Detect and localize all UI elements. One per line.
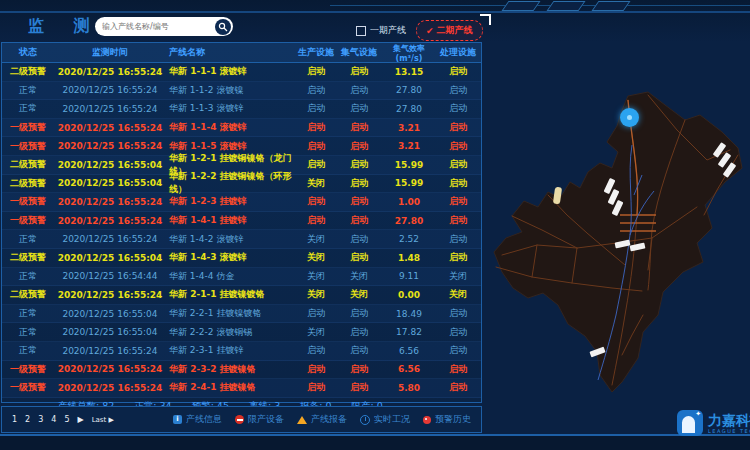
cell-time: 2020/12/25 16:55:24 [54, 216, 166, 226]
cell-efficiency: 1.00 [381, 197, 437, 207]
table-row[interactable]: 正常2020/12/25 16:54:44华新 1-4-4 仿金关闭关闭9.11… [2, 268, 481, 287]
cell-name: 华新 2-2-2 滚镀铜锡 [166, 326, 295, 339]
column-header: 处理设施 [437, 46, 479, 59]
search-input[interactable] [95, 22, 215, 31]
cell-time: 2020/12/25 16:55:04 [54, 327, 166, 337]
cell-production: 启动 [295, 140, 337, 153]
cell-name: 华新 1-1-1 滚镀锌 [166, 65, 295, 78]
page-number[interactable]: 5 [64, 415, 69, 424]
column-header: 监测时间 [54, 46, 166, 59]
table-row[interactable]: 一级预警2020/12/25 16:55:24华新 1-1-4 滚镀锌启动启动3… [2, 119, 481, 138]
table-row[interactable]: 正常2020/12/25 16:55:04华新 2-2-1 挂镀镍镀铬启动启动1… [2, 305, 481, 324]
page-number[interactable]: 4 [51, 415, 56, 424]
footer-bar: 12345▶Last ▶ i产线信息限产设备产线报备实时工况预警历史 [1, 406, 482, 433]
checkbox-icon [356, 26, 366, 36]
cell-treatment: 启动 [437, 307, 479, 320]
产线报备-button[interactable]: 产线报备 [297, 413, 347, 426]
info-icon: i [173, 415, 182, 424]
cell-efficiency: 27.80 [381, 216, 437, 226]
table-row[interactable]: 正常2020/12/25 16:55:24华新 2-3-1 挂镀锌启动启动6.5… [2, 342, 481, 361]
cell-efficiency: 18.49 [381, 309, 437, 319]
table-row[interactable]: 正常2020/12/25 16:55:04华新 2-2-2 滚镀铜锡关闭启动17… [2, 323, 481, 342]
toolbar-button-label: 限产设备 [248, 413, 284, 426]
cell-name: 华新 1-1-2 滚镀镍 [166, 84, 295, 97]
cell-treatment: 启动 [437, 344, 479, 357]
cell-production: 关闭 [295, 251, 337, 264]
cell-gas: 启动 [337, 326, 381, 339]
table-row[interactable]: 二级预警2020/12/25 16:55:04华新 1-2-2 挂镀铜镍铬（环形… [2, 175, 481, 194]
cell-time: 2020/12/25 16:55:04 [54, 160, 166, 170]
cell-time: 2020/12/25 16:55:04 [54, 253, 166, 263]
cell-gas: 启动 [337, 158, 381, 171]
cell-time: 2020/12/25 16:55:24 [54, 123, 166, 133]
column-header: 生产设施 [295, 46, 337, 59]
cell-production: 启动 [295, 102, 337, 115]
cell-time: 2020/12/25 16:55:24 [54, 85, 166, 95]
cell-efficiency: 3.21 [381, 141, 437, 151]
实时工况-button[interactable]: 实时工况 [360, 413, 410, 426]
brand-logo-icon [677, 410, 703, 436]
table-row[interactable]: 正常2020/12/25 16:55:24华新 1-1-2 滚镀镍启动启动27.… [2, 82, 481, 101]
cell-efficiency: 2.52 [381, 234, 437, 244]
产线信息-button[interactable]: i产线信息 [173, 413, 222, 426]
table-row[interactable]: 二级预警2020/12/25 16:55:24华新 2-1-1 挂镀镍镀铬关闭关… [2, 286, 481, 305]
cell-time: 2020/12/25 16:55:24 [54, 67, 166, 77]
brand-name: 力嘉科技 [708, 413, 750, 427]
footer-toolbar: i产线信息限产设备产线报备实时工况预警历史 [173, 413, 471, 426]
cell-status: 正常 [2, 307, 54, 320]
table-row[interactable]: 一级预警2020/12/25 16:55:24华新 2-3-2 挂镀镍铬启动启动… [2, 361, 481, 380]
cell-status: 正常 [2, 102, 54, 115]
cell-status: 二级预警 [2, 177, 54, 190]
cell-production: 启动 [295, 158, 337, 171]
cell-efficiency: 13.15 [381, 67, 437, 77]
table-row[interactable]: 二级预警2020/12/25 16:55:24华新 1-1-1 滚镀锌启动启动1… [2, 63, 481, 82]
cell-name: 华新 2-2-1 挂镀镍镀铬 [166, 307, 295, 320]
cell-production: 启动 [295, 84, 337, 97]
cell-gas: 启动 [337, 195, 381, 208]
cell-status: 正常 [2, 84, 54, 97]
tab-phase2[interactable]: ✔ 二期产线 [416, 20, 483, 41]
table-row[interactable]: 二级预警2020/12/25 16:55:04华新 1-4-3 滚镀锌关闭启动1… [2, 249, 481, 268]
cell-name: 华新 1-1-3 滚镀锌 [166, 102, 295, 115]
phase-tabs: 一期产线 ✔ 二期产线 [356, 20, 483, 41]
table-header-row: 状态监测时间产线名称生产设施集气设施集气效率(m³/s)处理设施 [2, 43, 481, 63]
cell-production: 启动 [295, 344, 337, 357]
cell-treatment: 启动 [437, 84, 479, 97]
cell-efficiency: 6.56 [381, 364, 437, 374]
bottom-strip [0, 434, 750, 450]
cell-time: 2020/12/25 16:55:24 [54, 346, 166, 356]
last-page-button[interactable]: Last ▶ [92, 416, 114, 424]
cell-treatment: 启动 [437, 251, 479, 264]
table-row[interactable]: 一级预警2020/12/25 16:55:24华新 2-4-1 挂镀镍铬启动启动… [2, 379, 481, 398]
table-row[interactable]: 正常2020/12/25 16:55:24华新 1-1-3 滚镀锌启动启动27.… [2, 100, 481, 119]
pagination: 12345▶Last ▶ [12, 415, 114, 424]
history-icon [423, 416, 431, 424]
column-header: 状态 [2, 46, 54, 59]
table-row[interactable]: 一级预警2020/12/25 16:55:24华新 1-2-3 挂镀锌启动启动1… [2, 193, 481, 212]
cell-efficiency: 6.56 [381, 346, 437, 356]
tab-phase1[interactable]: 一期产线 [356, 24, 406, 37]
map-alert-marker[interactable] [620, 108, 639, 127]
table-row[interactable]: 正常2020/12/25 16:55:24华新 1-4-2 滚镀锌关闭启动2.5… [2, 230, 481, 249]
cell-production: 启动 [295, 65, 337, 78]
cell-efficiency: 17.82 [381, 327, 437, 337]
page-number[interactable]: 2 [25, 415, 30, 424]
table-row[interactable]: 一级预警2020/12/25 16:55:24华新 1-4-1 挂镀锌启动启动2… [2, 212, 481, 231]
cell-efficiency: 15.99 [381, 178, 437, 188]
cell-name: 华新 1-2-2 挂镀铜镍铬（环形线） [166, 170, 295, 196]
page-number[interactable]: 1 [12, 415, 17, 424]
cell-gas: 启动 [337, 381, 381, 394]
cell-production: 启动 [295, 363, 337, 376]
cell-treatment: 关闭 [437, 270, 479, 283]
cell-status: 正常 [2, 344, 54, 357]
限产设备-button[interactable]: 限产设备 [235, 413, 284, 426]
search-button[interactable] [215, 19, 231, 35]
top-divider-line [0, 11, 750, 13]
cell-name: 华新 1-4-1 挂镀锌 [166, 214, 295, 227]
tab-phase1-label: 一期产线 [370, 24, 406, 37]
page-number[interactable]: 3 [38, 415, 43, 424]
cell-gas: 启动 [337, 233, 381, 246]
预警历史-button[interactable]: 预警历史 [423, 413, 471, 426]
next-page-icon[interactable]: ▶ [77, 415, 83, 424]
cell-production: 启动 [295, 214, 337, 227]
